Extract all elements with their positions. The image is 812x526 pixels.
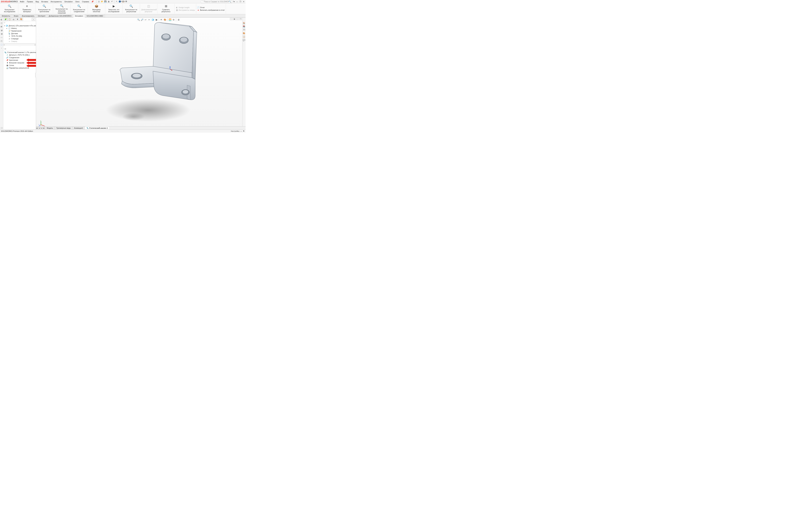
vp-btn-1[interactable]: ▫	[230, 18, 233, 20]
sim-part[interactable]: ✔Деталь1 (-7075-T6 (SN)-)	[3, 54, 35, 56]
tree-material[interactable]: ≡7075-T6 (SN)	[3, 35, 35, 37]
tab-features[interactable]: Элементы	[0, 14, 12, 17]
menu-help[interactable]: Справка	[81, 0, 90, 3]
ribbon-results-advisor[interactable]: 🔍 Консультант по результатам	[122, 4, 140, 14]
lt-icon-5[interactable]: ◨	[0, 32, 3, 35]
lt-icon-7[interactable]: ◰	[0, 40, 3, 42]
plane-icon: ▱	[8, 38, 11, 40]
svg-point-5	[180, 37, 187, 42]
open-icon[interactable]: 📂	[101, 0, 104, 3]
menu-file[interactable]: Файл	[19, 0, 26, 3]
tree-scrollbar[interactable]: ◂▸	[3, 44, 36, 46]
tp-library-icon[interactable]: 📚	[243, 25, 245, 28]
ribbon-study-advisor[interactable]: 🔍 Консультант исследования	[1, 4, 18, 14]
tp-forum-icon[interactable]: 💬	[243, 39, 245, 41]
tab-evaluate[interactable]: Анализировать	[20, 14, 36, 17]
vp-btn-2[interactable]: ▣	[233, 18, 236, 20]
help-dropdown-icon[interactable]: ?▾	[233, 0, 235, 3]
nav-last-icon[interactable]: ⏭	[43, 127, 45, 129]
lt-icon-1[interactable]: ◧	[0, 18, 3, 21]
print-icon[interactable]: 🖶	[107, 0, 110, 3]
ribbon-run-study[interactable]: ▶ Запустить это исследование	[105, 4, 122, 14]
ribbon-shell-manager[interactable]: 📦 Менеджер оболочки	[88, 4, 105, 14]
vp-min-icon[interactable]: —	[236, 18, 239, 20]
tp-home-icon[interactable]: 🏠	[243, 22, 245, 24]
btab-model[interactable]: Модель	[45, 127, 55, 129]
menu-view[interactable]: Вид	[34, 0, 40, 3]
status-custom[interactable]: Настройка	[231, 130, 240, 132]
sim-filter-icon[interactable]: ▽▾	[4, 48, 6, 50]
filter-row: ▽	[3, 21, 36, 24]
graphics-viewport[interactable]: 🔍 🔎 ↩ ✂ 🧊 ▣ 👁 🎨 🌅 ⚙ 🖥 ▫ ▣ — ❐ ✕	[36, 17, 246, 129]
tree-sensors[interactable]: 📡Датчики	[3, 32, 35, 35]
search-icon[interactable]: 🔍	[229, 1, 231, 3]
ribbon-report[interactable]: 📄Отчет	[197, 6, 225, 9]
menu-window[interactable]: Окно	[74, 0, 81, 3]
tp-props-icon[interactable]: 📋	[243, 35, 245, 38]
tree-front-plane[interactable]: ▱Спереди	[3, 37, 35, 40]
select-icon[interactable]: ↖	[115, 0, 118, 3]
vp-max-icon[interactable]: ❐	[239, 18, 242, 20]
tab-sketch[interactable]: Эскиз	[12, 14, 20, 17]
ribbon-apply-material[interactable]: ≡ Применить материал	[18, 4, 36, 14]
menu-edit[interactable]: Правка	[26, 0, 34, 3]
panel-tab-config[interactable]: 🗂	[12, 18, 15, 21]
new-icon[interactable]: 🗋	[98, 0, 100, 3]
panel-tab-appearance[interactable]: 🎨	[19, 18, 23, 21]
restore-icon[interactable]: ❐	[239, 0, 242, 3]
lt-icon-9[interactable]: ‹	[0, 47, 3, 49]
lt-icon-2[interactable]: ◫	[0, 22, 3, 24]
save-icon[interactable]: 💾	[104, 0, 107, 3]
sim-root[interactable]: 🔩Статический анализ 1 (-По умолчанию-)	[3, 51, 35, 54]
notes-icon: 📝	[8, 30, 11, 32]
tp-view-icon[interactable]: 🗔	[243, 29, 245, 31]
filter-icon[interactable]: ▽	[4, 22, 5, 24]
pin-icon[interactable]: 📌	[91, 0, 94, 3]
sensor-icon: 📡	[8, 32, 11, 34]
tab-mbd[interactable]: SOLIDWORKS MBD	[85, 14, 105, 17]
status-flag-icon[interactable]: ⚑	[243, 130, 245, 132]
deformed-icon: ◫	[146, 4, 151, 8]
tree-top-plane[interactable]: ▱Сверху	[3, 40, 35, 43]
ribbon-fixtures-advisor[interactable]: 🔍 Консультант по креплениям	[36, 4, 53, 14]
menu-tools[interactable]: Инструменты	[49, 0, 63, 3]
nav-prev-icon[interactable]: ◂	[38, 127, 41, 129]
btab-static-study[interactable]: 🔩Статический анализ 1	[85, 127, 110, 129]
panel-tab-more[interactable]: ›	[32, 18, 35, 21]
sim-result-options[interactable]: 📊Параметры результатов	[3, 67, 35, 69]
lt-icon-8[interactable]: ⬚	[0, 43, 3, 46]
lt-icon-3[interactable]: ◩	[0, 25, 3, 28]
help-search-input[interactable]	[204, 1, 229, 3]
minimize-icon[interactable]: —	[236, 0, 238, 3]
logo-solid: SOLID	[4, 0, 10, 3]
panel-tab-property[interactable]: 📋	[8, 18, 11, 21]
tree-root[interactable]: ▾🧊Деталь1 (По умолчанию<<По умол...	[3, 24, 35, 27]
btab-animation[interactable]: Анимация1	[72, 127, 85, 129]
tab-simulation[interactable]: Simulation	[73, 14, 85, 17]
ribbon-compare-results[interactable]: ⊞ Сравнить результаты	[157, 4, 175, 14]
lt-icon-4[interactable]: ◪	[0, 29, 3, 31]
menu-insert[interactable]: Вставка	[40, 0, 49, 3]
tab-dimxpert[interactable]: DimXpert	[36, 14, 47, 17]
help-search[interactable]: ❔ 🔍	[201, 0, 232, 3]
nav-first-icon[interactable]: ⏮	[36, 127, 38, 129]
tree-history[interactable]: ▸🕘History	[3, 27, 35, 30]
panel-tab-dim[interactable]: ⊕	[16, 18, 19, 21]
tp-appearance-icon[interactable]: 🎨	[243, 32, 245, 34]
simulation-tree: 🔩Статический анализ 1 (-По умолчанию-) ✔…	[3, 51, 36, 70]
lt-monitor-icon[interactable]: 🖵	[0, 127, 3, 129]
tab-addins[interactable]: Добавления SOLIDWORKS	[47, 14, 73, 17]
undo-icon[interactable]: ↶	[111, 0, 113, 3]
close-icon[interactable]: ✕	[242, 0, 245, 3]
panel-resize-grip[interactable]: · · ·	[3, 46, 36, 47]
menu-simulation[interactable]: Simulation	[63, 0, 74, 3]
nav-next-icon[interactable]: ▸	[41, 127, 43, 129]
btab-3dviews[interactable]: Трехмерные виды	[55, 127, 73, 129]
ribbon-connections-advisor[interactable]: 🔍 Консультант по соединениям	[71, 4, 88, 14]
ribbon-include-image[interactable]: ●Включить изображение в отчет	[197, 9, 225, 11]
sim-connections[interactable]: 🔗Соединения	[3, 56, 35, 59]
tree-annotations[interactable]: 📝Примечания	[3, 30, 35, 32]
ribbon-loads-advisor[interactable]: 🔍 Консультант по внешним нагрузкам	[53, 4, 71, 14]
panel-tab-feature-tree[interactable]: 🧩	[4, 18, 8, 21]
lt-icon-6[interactable]: ▭	[0, 36, 3, 39]
